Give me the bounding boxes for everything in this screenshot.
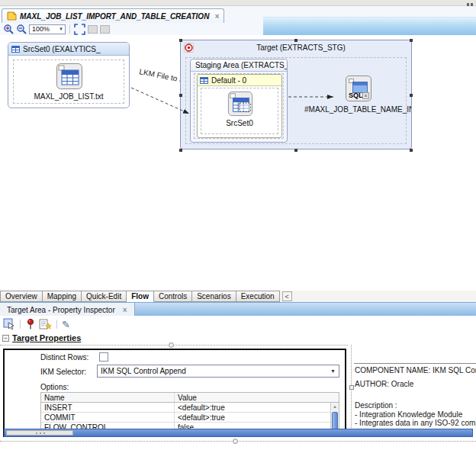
close-icon[interactable]: × [214,12,219,21]
tab-scenarios[interactable]: Scenarios [192,291,236,302]
splitter-grip[interactable] [169,342,174,348]
options-table-header: Name Value [41,393,339,403]
tab-controls[interactable]: Controls [154,291,192,302]
zoom-out-icon[interactable] [16,24,27,34]
selection-handle[interactable] [179,94,182,97]
staging-area-title: Staging Area (EXTRACTS_ST [195,61,287,69]
source-node-box[interactable]: SrcSet0 (EXALYTICS_ MAXL_JOB_LIST.txt [8,42,130,108]
target-node-box[interactable]: Target (EXTRACTS_STG) Staging Area (EXTR… [180,40,412,149]
staging-area-box[interactable]: Staging Area (EXTRACTS_ST Default - 0 [190,59,288,143]
default-group-box[interactable]: Default - 0 SrcSet0 [197,74,282,138]
tab-mapping[interactable]: Mapping [43,291,82,302]
edit-pencil-icon[interactable]: ✎ [62,319,70,330]
default-group-title: Default - 0 [211,76,246,85]
property-inspector-tab[interactable]: Target Area - Property Inspector × [0,303,135,317]
distinct-rows-checkbox[interactable] [99,352,108,362]
description-label: Description : [355,401,397,410]
selection-handle[interactable] [294,39,298,42]
select-component-icon[interactable] [3,318,15,330]
sql-node-label: #MAXL_JOB_TABLE_NAME_IN [304,105,411,114]
zoom-level-combobox[interactable]: 100% ▼ [29,24,66,34]
staging-area-header[interactable]: Staging Area (EXTRACTS_ST [191,59,287,72]
sql-badge: SQL [349,92,363,99]
tab-overview[interactable]: Overview [0,291,43,302]
datastore-grid-icon [200,76,208,85]
distinct-rows-label: Distinct Rows: [40,353,88,362]
source-node-title: SrcSet0 (EXALYTICS_ [23,45,101,53]
scrollbar-thumb[interactable] [6,430,73,436]
zoom-in-icon[interactable] [3,24,14,34]
selection-handle[interactable] [294,149,298,152]
chevron-down-icon: ▼ [330,368,336,374]
file-datastore-icon[interactable] [56,63,83,90]
disabled-view-icon [88,25,98,34]
target-properties-section-header: − Target Properties [2,333,81,342]
ikm-selector-combobox[interactable]: IKM SQL Control Append ▼ [97,365,339,378]
vertical-splitter-grip[interactable] [349,385,354,390]
description-line: - Integration Knowledge Module [355,410,462,419]
tab-quick-edit[interactable]: Quick-Edit [82,291,127,302]
editor-tab-maxl-job-list[interactable]: MAXL_JOB_LIST_IMPORT_AND_TABLE_CREATION … [2,8,224,23]
selection-handle[interactable] [410,149,413,152]
horizontal-splitter[interactable] [0,441,476,442]
source-file-label: MAXL_JOB_LIST.txt [8,92,129,101]
diagram-toolbar: 100% ▼ [0,23,263,35]
horizontal-splitter[interactable] [0,345,348,346]
option-value: <default>:true [175,413,339,422]
target-node-header[interactable]: Target (EXTRACTS_STG) [181,40,411,54]
toolbar-separator [56,320,57,329]
collapse-section-icon[interactable]: − [2,335,9,342]
selection-handle[interactable] [410,94,413,97]
option-name: INSERT [41,403,175,412]
source-node-header[interactable]: SrcSet0 (EXALYTICS_ [8,43,129,56]
author-text: AUTHOR: Oracle [355,380,413,388]
description-line: - Integrates data in any ISO-92 complian… [355,419,476,427]
option-value: <default>:true [175,403,339,412]
km-details-pane: COMPONENT NAME: IKM SQL Control Apper AU… [351,345,476,437]
property-inspector-tab-bar: Target Area - Property Inspector × [0,302,476,316]
target-icon [184,43,194,53]
selection-handle[interactable] [410,39,413,42]
mapping-doc-icon [7,11,17,21]
fit-to-window-icon[interactable] [74,24,85,35]
datastore-grid-icon [11,45,20,53]
tab-execution[interactable]: Execution [236,291,280,302]
property-inspector-toolbar: ✎ [0,316,476,333]
option-name: COMMIT [41,413,175,422]
component-name-text: COMPONENT NAME: IKM SQL Control Apper [355,366,476,374]
tab-flow[interactable]: Flow [127,291,154,302]
sql-variable-icon[interactable]: SQL × [346,76,371,101]
table-row[interactable]: COMMIT <default>:true [41,413,339,423]
pin-icon[interactable] [25,318,36,330]
editor-group-header-band [263,17,476,35]
srcset-node-label: SrcSet0 [198,119,281,127]
splitter-grip[interactable] [233,439,238,444]
ikm-selector-label: IKM Selector: [40,368,86,376]
selection-handle[interactable] [179,149,182,152]
disabled-resize-icon [100,25,110,34]
column-value: Value [175,393,339,402]
flow-diagram-canvas[interactable]: SrcSet0 (EXALYTICS_ MAXL_JOB_LIST.txt LK… [0,35,476,290]
scroll-up-icon[interactable]: ▲ [331,403,339,410]
target-node-title: Target (EXTRACTS_STG) [194,43,408,52]
options-label: Options: [40,383,69,391]
scroll-tabs-left-button[interactable]: < [282,291,292,301]
ikm-selector-value: IKM SQL Control Append [101,367,186,375]
zoom-level-value: 100% [32,25,50,33]
horizontal-scrollbar[interactable] [4,429,473,437]
details-divider [354,363,476,364]
editor-view-tabs: Overview Mapping Quick-Edit Flow Control… [0,291,476,302]
toolbar-separator [20,320,21,329]
srcset-datastore-icon[interactable] [227,91,253,117]
window-top-strip [0,0,476,6]
default-group-header[interactable]: Default - 0 [198,75,281,86]
section-title: Target Properties [12,333,81,342]
column-name: Name [41,393,175,402]
close-icon[interactable]: × [123,306,127,314]
chevron-down-icon: ▼ [59,27,63,31]
table-row[interactable]: INSERT <default>:true [41,403,339,413]
editor-tab-title: MAXL_JOB_LIST_IMPORT_AND_TABLE_CREATION [20,12,209,21]
selection-handle[interactable] [179,39,182,42]
new-note-icon[interactable] [39,318,52,330]
property-inspector-tab-title: Target Area - Property Inspector [7,306,115,314]
